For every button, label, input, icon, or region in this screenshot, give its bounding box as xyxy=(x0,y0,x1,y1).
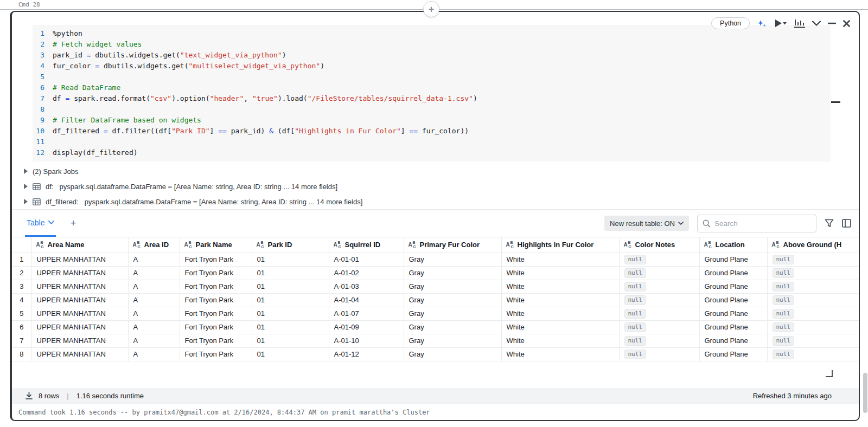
column-header[interactable]: ABCColor Notes xyxy=(619,237,699,253)
code-line: 11 xyxy=(35,137,831,147)
expand-caret-icon[interactable] xyxy=(24,184,28,189)
table-cell: Gray xyxy=(404,293,501,307)
table-row[interactable]: 4UPPER MANHATTANAFort Tryon Park01A-01-0… xyxy=(12,293,859,307)
search-input[interactable] xyxy=(714,219,811,228)
null-badge: null xyxy=(773,336,795,346)
table-row[interactable]: 8UPPER MANHATTANAFort Tryon Park01A-01-1… xyxy=(12,347,859,361)
table-cell: A-01-12 xyxy=(329,347,404,361)
output-summary: (2) Spark Jobs df: pyspark.sql.dataframe… xyxy=(12,164,859,210)
column-header[interactable]: ABCPark Name xyxy=(180,237,252,253)
dataframe-row[interactable]: df: pyspark.sql.dataframe.DataFrame = [A… xyxy=(12,179,859,194)
table-cell: Fort Tryon Park xyxy=(180,280,252,293)
code-editor[interactable]: 1%python2# Fetch widget values3park_id =… xyxy=(33,25,831,161)
table-cell: UPPER MANHATTAN xyxy=(31,320,128,334)
close-button[interactable] xyxy=(843,20,850,27)
column-header[interactable]: ABCArea ID xyxy=(128,237,180,253)
table-cell: Gray xyxy=(404,280,501,293)
column-header-label: Squirrel ID xyxy=(345,241,381,249)
table-cell: null xyxy=(619,320,699,334)
result-toolbar: Table + New result table: ON xyxy=(12,210,859,237)
table-cell: A-01-10 xyxy=(329,334,404,347)
table-cell: A xyxy=(128,320,180,334)
columns-panel-button[interactable] xyxy=(842,219,851,228)
line-number: 11 xyxy=(35,137,44,147)
row-count: 8 rows xyxy=(39,392,59,400)
expand-caret-icon[interactable] xyxy=(24,199,28,204)
cmd-label: Cmd 28 xyxy=(18,1,40,8)
minimize-button[interactable] xyxy=(828,22,836,24)
line-number: 6 xyxy=(35,82,44,93)
table-cell: Fort Tryon Park xyxy=(180,347,252,361)
table-cell: 01 xyxy=(252,334,329,347)
table-cell: Gray xyxy=(404,347,501,361)
code-line: 3park_id = dbutils.widgets.get("text_wid… xyxy=(35,50,831,61)
spark-jobs-row[interactable]: (2) Spark Jobs xyxy=(12,164,859,179)
page-scrollbar[interactable] xyxy=(863,373,867,413)
table-row[interactable]: 3UPPER MANHATTANAFort Tryon Park01A-01-0… xyxy=(12,280,859,293)
side-panel-icon xyxy=(842,219,851,228)
search-box xyxy=(697,215,816,232)
null-badge: null xyxy=(624,268,647,278)
dataframe-table-icon xyxy=(33,198,41,205)
null-badge: null xyxy=(773,295,795,305)
column-header[interactable]: ABCPrimary Fur Color xyxy=(404,237,501,253)
null-badge: null xyxy=(624,322,647,332)
chart-button[interactable] xyxy=(794,19,805,28)
run-button[interactable] xyxy=(774,19,787,28)
add-cell-button[interactable]: + xyxy=(423,1,439,17)
result-spacer xyxy=(12,361,859,389)
collapse-button[interactable] xyxy=(812,21,821,26)
table-cell: Ground Plane xyxy=(699,253,767,266)
null-badge: null xyxy=(773,350,795,359)
string-type-icon: ABC xyxy=(409,241,417,248)
sparkle-ai-icon xyxy=(757,18,767,29)
add-visualization-button[interactable]: + xyxy=(70,217,76,229)
table-row[interactable]: 7UPPER MANHATTANAFort Tryon Park01A-01-1… xyxy=(12,334,859,347)
column-header[interactable]: ABCSquirrel ID xyxy=(329,237,404,253)
table-cell: Ground Plane xyxy=(699,266,767,280)
dataframe-row[interactable]: df_filtered: pyspark.sql.dataframe.DataF… xyxy=(12,194,859,209)
dataframe-desc: pyspark.sql.dataframe.DataFrame = [Area … xyxy=(85,198,363,206)
cell-toolbar: Python xyxy=(711,17,850,29)
filter-button[interactable] xyxy=(825,219,834,228)
string-type-icon: ABC xyxy=(184,241,193,248)
language-pill[interactable]: Python xyxy=(711,17,750,29)
new-result-table-dropdown[interactable]: New result table: ON xyxy=(604,216,689,231)
table-cell: A xyxy=(128,293,180,307)
expand-caret-icon[interactable] xyxy=(24,169,28,174)
column-header-label: Color Notes xyxy=(635,241,675,249)
line-number: 3 xyxy=(35,50,44,61)
column-header[interactable]: ABCAbove Ground (H xyxy=(767,237,859,253)
column-header[interactable]: ABCLocation xyxy=(699,237,767,253)
column-header[interactable]: ABCPark ID xyxy=(252,237,329,253)
table-cell: 01 xyxy=(252,293,329,307)
line-number: 12 xyxy=(35,147,44,158)
table-cell: Fort Tryon Park xyxy=(180,334,252,347)
row-number-header xyxy=(12,237,31,253)
code-line: 4fur_color = dbutils.widgets.get("multis… xyxy=(35,61,831,72)
tab-table-label: Table xyxy=(27,218,44,227)
table-row[interactable]: 6UPPER MANHATTANAFort Tryon Park01A-01-0… xyxy=(12,320,859,334)
table-cell: Ground Plane xyxy=(699,320,767,334)
table-cell: UPPER MANHATTAN xyxy=(31,307,128,320)
dataframe-name: df: xyxy=(46,183,53,191)
tab-table[interactable]: Table xyxy=(25,210,56,237)
table-row[interactable]: 1UPPER MANHATTANAFort Tryon Park01A-01-0… xyxy=(12,253,859,266)
table-cell: Fort Tryon Park xyxy=(180,253,252,266)
string-type-icon: ABC xyxy=(133,241,142,248)
table-cell: null xyxy=(619,253,699,266)
table-cell: A xyxy=(128,280,180,293)
column-header[interactable]: ABCHighlights in Fur Color xyxy=(501,237,619,253)
editor-resize-handle[interactable] xyxy=(831,101,840,103)
table-row[interactable]: 5UPPER MANHATTANAFort Tryon Park01A-01-0… xyxy=(12,307,859,320)
column-header[interactable]: ABCArea Name xyxy=(31,237,128,253)
table-resize-corner[interactable] xyxy=(826,370,833,377)
table-row[interactable]: 2UPPER MANHATTANAFort Tryon Park01A-01-0… xyxy=(12,266,859,280)
string-type-icon: ABC xyxy=(334,241,342,248)
code-line: 9# Filter DataFrame based on widgets xyxy=(35,115,831,126)
dataframe-name: df_filtered: xyxy=(46,198,79,206)
table-cell: 01 xyxy=(252,320,329,334)
row-number: 7 xyxy=(12,334,31,347)
download-button[interactable] xyxy=(25,392,33,400)
assistant-button[interactable] xyxy=(757,18,767,29)
